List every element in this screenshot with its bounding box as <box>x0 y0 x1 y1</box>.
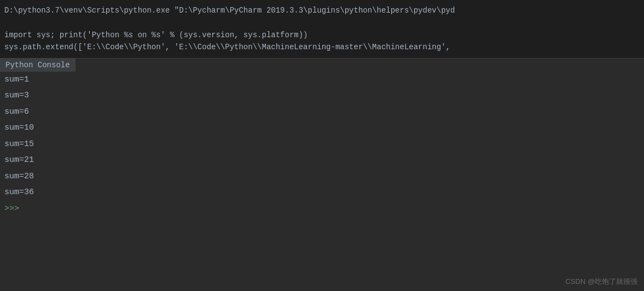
output-section: Python Console sum=1 sum=3 sum=6 sum=10 … <box>0 59 644 217</box>
output-line-7: sum=28 <box>0 168 644 185</box>
command-line-3: sys.path.extend(['E:\\Code\\Python', 'E:… <box>4 41 640 53</box>
output-line-1: sum=1 <box>0 72 644 88</box>
output-line-8: sum=36 <box>0 184 644 201</box>
python-console-label-wrapper: Python Console <box>0 59 644 72</box>
command-line-blank <box>4 16 640 28</box>
prompt-line[interactable]: >>> <box>0 201 644 217</box>
output-line-4: sum=10 <box>0 120 644 136</box>
output-line-6: sum=21 <box>0 152 644 168</box>
prompt-symbol: >>> <box>4 202 19 216</box>
command-line-1: D:\python3.7\venv\Scripts\python.exe "D:… <box>4 4 640 16</box>
output-line-5: sum=15 <box>0 136 644 153</box>
watermark: CSDN @吃饱了就很强 <box>565 277 637 287</box>
python-console-label: Python Console <box>0 59 76 72</box>
output-line-2: sum=3 <box>0 88 644 104</box>
top-section: D:\python3.7\venv\Scripts\python.exe "D:… <box>0 0 644 59</box>
command-line-2: import sys; print('Python %s on %s' % (s… <box>4 29 640 41</box>
console-container: D:\python3.7\venv\Scripts\python.exe "D:… <box>0 0 644 291</box>
output-line-3: sum=6 <box>0 104 644 120</box>
